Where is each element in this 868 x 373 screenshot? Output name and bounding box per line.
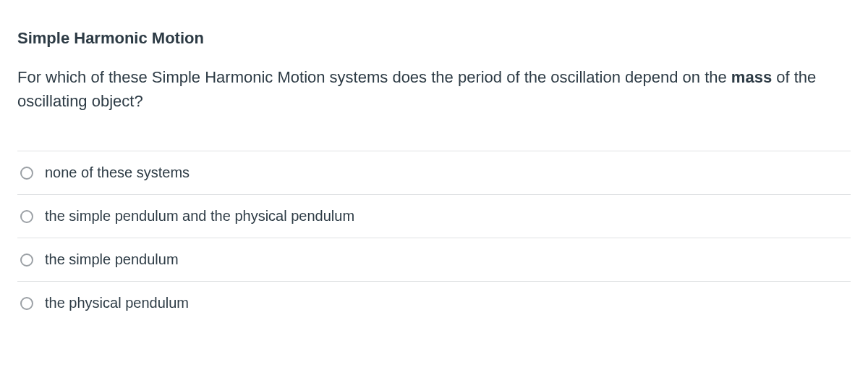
question-text: For which of these Simple Harmonic Motio… [17,65,851,113]
option-label: the simple pendulum [45,251,179,268]
option-label: the simple pendulum and the physical pen… [45,208,354,225]
radio-icon[interactable] [20,253,33,267]
radio-icon[interactable] [20,297,33,310]
options-list: none of these systems the simple pendulu… [17,151,851,324]
radio-icon[interactable] [20,167,33,180]
option-row[interactable]: none of these systems [17,151,851,195]
radio-icon[interactable] [20,210,33,223]
option-row[interactable]: the simple pendulum and the physical pen… [17,195,851,238]
question-text-before: For which of these Simple Harmonic Motio… [17,68,731,86]
question-title: Simple Harmonic Motion [17,29,851,48]
option-label: none of these systems [45,164,190,181]
option-row[interactable]: the simple pendulum [17,238,851,282]
option-label: the physical pendulum [45,295,189,311]
option-row[interactable]: the physical pendulum [17,282,851,324]
question-text-bold: mass [731,68,772,86]
